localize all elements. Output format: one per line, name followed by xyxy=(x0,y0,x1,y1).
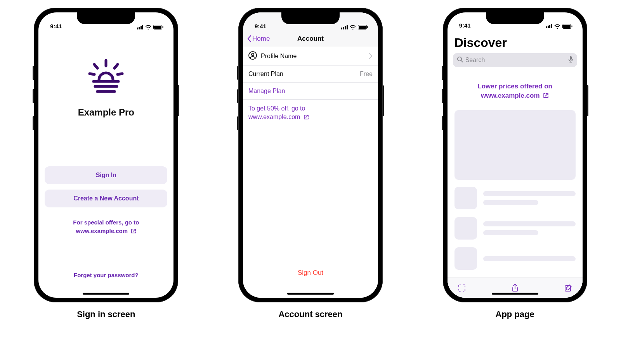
account-promo-link[interactable]: To get 50% off, go to www.example.com xyxy=(243,100,378,127)
account-column: 9:41 Home xyxy=(238,8,383,319)
current-plan-row: Current Plan Free xyxy=(243,66,378,83)
status-right xyxy=(546,24,572,29)
home-indicator xyxy=(287,293,334,295)
battery-icon xyxy=(562,24,572,29)
sign-out-button[interactable]: Sign Out xyxy=(243,269,378,277)
share-icon[interactable] xyxy=(510,283,520,293)
home-indicator xyxy=(83,293,129,295)
status-right xyxy=(137,25,164,29)
mic-icon[interactable] xyxy=(568,56,573,64)
svg-rect-21 xyxy=(570,56,572,60)
manage-plan-label: Manage Plan xyxy=(248,88,285,95)
search-input[interactable] xyxy=(465,57,566,64)
svg-line-6 xyxy=(90,74,94,74)
cellular-icon xyxy=(341,25,348,29)
back-button[interactable]: Home xyxy=(247,35,270,43)
notch xyxy=(77,12,135,24)
promo-line2: www.example.com xyxy=(248,114,300,120)
chevron-left-icon xyxy=(247,35,252,43)
scan-icon[interactable] xyxy=(457,283,467,293)
placeholder-thumb xyxy=(454,217,477,240)
notch xyxy=(486,12,544,24)
placeholder-thumb xyxy=(454,247,477,270)
placeholder-line xyxy=(483,221,576,226)
caption-account: Account screen xyxy=(278,309,342,319)
notch xyxy=(281,12,340,24)
external-link-icon xyxy=(543,93,549,98)
chevron-right-icon xyxy=(369,52,373,61)
external-link-icon xyxy=(304,114,309,120)
svg-rect-18 xyxy=(571,25,572,27)
svg-rect-2 xyxy=(163,26,163,28)
offers-line2: www.example.com xyxy=(76,228,128,234)
forgot-password-link[interactable]: Forget your password? xyxy=(38,272,173,278)
svg-point-15 xyxy=(252,53,254,56)
discover-promo-link[interactable]: Lower prices offered on www.example.com xyxy=(454,82,576,101)
profile-name-label: Profile Name xyxy=(261,53,367,60)
tab-bar xyxy=(448,278,583,298)
placeholder-line xyxy=(483,200,539,205)
phone-frame-signin: 9:41 xyxy=(34,8,178,302)
svg-line-20 xyxy=(461,60,463,62)
discover-column: 9:41 Discover xyxy=(443,8,587,319)
cellular-icon xyxy=(546,24,552,28)
placeholder-thumb xyxy=(454,187,477,209)
compose-icon[interactable] xyxy=(563,283,573,293)
caption-signin: Sign in screen xyxy=(77,309,135,319)
discover-body: Discover xyxy=(448,29,583,298)
promo-line2: www.example.com xyxy=(481,92,539,99)
app-title: Example Pro xyxy=(78,107,134,118)
placeholder-line xyxy=(483,256,576,261)
placeholder-row xyxy=(454,187,576,209)
status-time: 9:41 xyxy=(255,23,266,29)
wifi-icon xyxy=(554,24,560,29)
caption-discover: App page xyxy=(496,309,534,319)
account-body: Profile Name Current Plan Free Manage Pl… xyxy=(243,47,378,298)
promo-line1: To get 50% off, go to xyxy=(248,105,305,112)
phone-frame-discover: 9:41 Discover xyxy=(443,8,587,302)
placeholder-row xyxy=(454,217,576,240)
current-plan-value: Free xyxy=(360,71,373,78)
status-time: 9:41 xyxy=(50,23,62,29)
placeholder-line xyxy=(483,191,576,196)
svg-rect-17 xyxy=(563,25,571,28)
wifi-icon xyxy=(145,25,151,29)
battery-icon xyxy=(358,25,368,29)
discover-content[interactable]: Lower prices offered on www.example.com xyxy=(448,71,583,278)
home-indicator xyxy=(492,293,538,295)
svg-line-5 xyxy=(114,64,118,68)
signin-column: 9:41 xyxy=(34,8,178,319)
profile-icon xyxy=(248,51,257,61)
wifi-icon xyxy=(350,25,356,29)
current-plan-label: Current Plan xyxy=(248,71,360,78)
signin-body: Example Pro Sign In Create a New Account… xyxy=(38,30,173,298)
svg-rect-13 xyxy=(367,26,368,28)
battery-icon xyxy=(153,25,163,29)
status-time: 9:41 xyxy=(459,22,471,29)
manage-plan-link[interactable]: Manage Plan xyxy=(243,83,378,100)
promo-line1: Lower prices offered on xyxy=(477,83,552,90)
sign-in-button[interactable]: Sign In xyxy=(45,166,167,184)
phone-frame-account: 9:41 Home xyxy=(238,8,383,302)
profile-row[interactable]: Profile Name xyxy=(243,47,378,66)
svg-line-4 xyxy=(94,64,97,68)
placeholder-line xyxy=(483,230,539,235)
search-icon xyxy=(457,56,463,64)
special-offers-link[interactable]: For special offers, go to www.example.co… xyxy=(73,218,139,235)
nav-bar: Home Account xyxy=(243,30,378,47)
status-right xyxy=(341,25,368,29)
svg-rect-12 xyxy=(359,26,366,29)
placeholder-card xyxy=(454,110,576,180)
offers-line1: For special offers, go to xyxy=(73,219,139,226)
placeholder-row xyxy=(454,247,576,270)
external-link-icon xyxy=(131,228,136,234)
create-account-button[interactable]: Create a New Account xyxy=(45,190,167,207)
page-title: Discover xyxy=(448,29,583,53)
app-logo-icon xyxy=(87,58,125,97)
search-field[interactable] xyxy=(453,53,577,67)
cellular-icon xyxy=(137,25,144,29)
back-label: Home xyxy=(252,35,270,43)
svg-rect-1 xyxy=(154,26,161,29)
svg-line-7 xyxy=(118,74,122,74)
